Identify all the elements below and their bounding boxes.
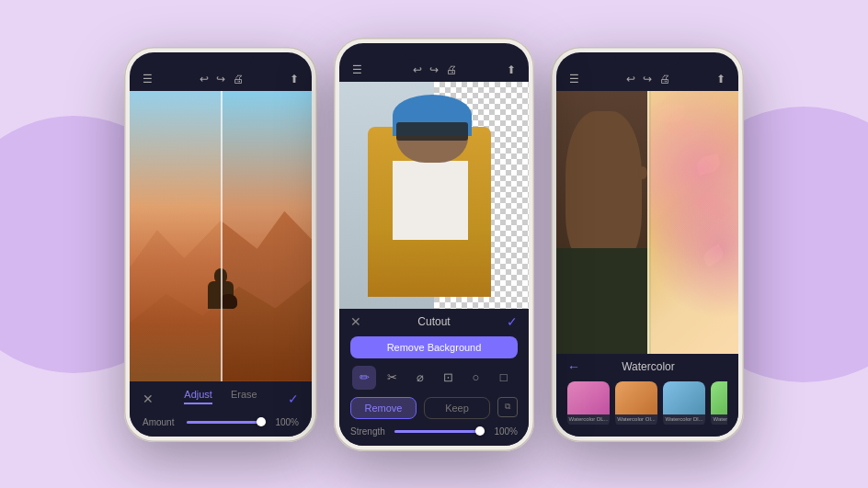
back-arrow-icon[interactable]: ← xyxy=(567,359,580,374)
cutout-title: Cutout xyxy=(361,315,507,328)
phones-container: ☰ ↩ ↪ 🖨 ⬆ xyxy=(124,38,744,451)
remove-keep-row: Remove Keep ⧉ xyxy=(350,397,518,419)
phone-1: ☰ ↩ ↪ 🖨 ⬆ xyxy=(124,47,317,442)
phone-2: ☰ ↩ ↪ 🖨 ⬆ xyxy=(334,38,534,451)
amount-slider[interactable] xyxy=(187,421,266,424)
print-icon-2[interactable]: 🖨 xyxy=(446,63,457,76)
circle-tool[interactable]: ○ xyxy=(463,366,487,390)
close-icon-2[interactable]: ✕ xyxy=(350,314,361,329)
copy-icon[interactable]: ⧉ xyxy=(497,397,518,417)
keep-button[interactable]: Keep xyxy=(424,397,490,419)
brush-tool[interactable]: ✏ xyxy=(352,366,376,390)
undo-icon[interactable]: ↩ xyxy=(200,73,209,85)
tab-erase[interactable]: Erase xyxy=(231,389,257,404)
cutout-image xyxy=(339,82,529,309)
amount-value: 100% xyxy=(273,417,299,427)
tools-row: ✏ ✂ ⌀ ⊡ ○ □ xyxy=(350,366,518,390)
thumbnail-4[interactable]: Watercolor Dl... xyxy=(711,381,727,427)
undo-icon-2[interactable]: ↩ xyxy=(413,63,422,76)
phone1-bottom-toolbar: ✕ Adjust Erase ✓ Amount 100% xyxy=(130,381,312,437)
check-icon[interactable]: ✓ xyxy=(288,392,299,406)
strength-value: 100% xyxy=(492,426,518,437)
square-tool[interactable]: □ xyxy=(492,366,516,390)
share-icon-3[interactable]: ⬆ xyxy=(716,73,725,85)
watercolor-topbar: ← Watercolor xyxy=(567,359,727,374)
watercolor-title: Watercolor xyxy=(588,360,709,373)
share-icon[interactable]: ⬆ xyxy=(290,73,299,85)
redo-icon-2[interactable]: ↪ xyxy=(429,63,439,76)
remove-background-button[interactable]: Remove Background xyxy=(350,336,518,358)
thumb-label-1: Watercolor DL... xyxy=(567,414,610,425)
check-icon-2[interactable]: ✓ xyxy=(507,314,518,329)
canyon-image xyxy=(130,91,312,381)
thumb-label-3: Watercolor Dl... xyxy=(663,414,705,425)
notch-1 xyxy=(188,52,253,69)
print-icon-3[interactable]: 🖨 xyxy=(659,73,670,85)
phone-3: ☰ ↩ ↪ 🖨 ⬆ xyxy=(551,47,744,442)
thumbnails-row: Watercolor DL... Watercolor Ol... Waterc… xyxy=(567,381,727,427)
print-icon[interactable]: 🖨 xyxy=(233,73,244,85)
redo-icon-3[interactable]: ↪ xyxy=(643,73,652,85)
strength-label: Strength xyxy=(350,426,387,437)
cutout-panel: ✕ Cutout ✓ Remove Background ✏ ✂ ⌀ ⊡ ○ □… xyxy=(339,309,529,446)
notch-3 xyxy=(615,52,680,69)
redo-icon[interactable]: ↪ xyxy=(216,73,225,85)
thumbnail-1[interactable]: Watercolor DL... xyxy=(567,381,610,427)
thumb-label-4: Watercolor Dl... xyxy=(711,414,727,425)
thumb-label-2: Watercolor Ol... xyxy=(615,414,657,425)
notch-2 xyxy=(402,43,466,60)
amount-label: Amount xyxy=(143,417,179,427)
close-icon[interactable]: ✕ xyxy=(143,392,154,406)
thumbnail-2[interactable]: Watercolor Ol... xyxy=(615,381,657,427)
transform-tool[interactable]: ⊡ xyxy=(436,366,460,390)
share-icon-2[interactable]: ⬆ xyxy=(507,63,516,76)
lasso-tool[interactable]: ⌀ xyxy=(408,366,432,390)
strength-slider[interactable] xyxy=(394,430,485,433)
menu-icon-2[interactable]: ☰ xyxy=(352,63,362,76)
menu-icon-3[interactable]: ☰ xyxy=(569,73,579,85)
watercolor-image xyxy=(556,91,738,354)
thumbnail-3[interactable]: Watercolor Dl... xyxy=(663,381,705,427)
undo-icon-3[interactable]: ↩ xyxy=(626,73,635,85)
remove-button[interactable]: Remove xyxy=(350,397,417,419)
watercolor-panel: ← Watercolor Watercolor DL... Watercolor… xyxy=(556,354,738,437)
menu-icon[interactable]: ☰ xyxy=(143,73,153,85)
tab-adjust[interactable]: Adjust xyxy=(184,389,212,404)
eraser-tool[interactable]: ✂ xyxy=(380,366,404,390)
